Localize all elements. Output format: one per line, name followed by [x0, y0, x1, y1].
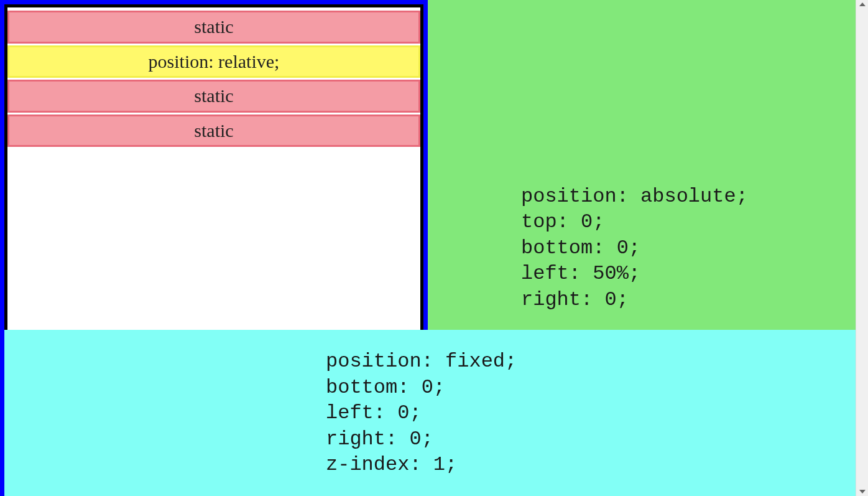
scroll-down-icon[interactable]: [859, 490, 866, 494]
row-label: position: relative;: [149, 51, 280, 72]
fixed-panel: position: fixed; bottom: 0; left: 0; rig…: [4, 330, 856, 496]
row-label: static: [194, 16, 233, 37]
vertical-scrollbar[interactable]: [856, 0, 868, 496]
absolute-code-text: position: absolute; top: 0; bottom: 0; l…: [521, 184, 748, 313]
fixed-code-text: position: fixed; bottom: 0; left: 0; rig…: [326, 349, 517, 496]
row-label: static: [194, 85, 233, 106]
scroll-up-icon[interactable]: [859, 2, 866, 6]
row-label: static: [194, 120, 233, 141]
box-row-relative: position: relative;: [7, 45, 420, 78]
box-row-static-3: static: [7, 115, 420, 147]
box-row-static-2: static: [7, 80, 420, 113]
box-row-static-1: static: [7, 11, 420, 44]
demo-viewport: static position: relative; static static…: [0, 0, 856, 496]
